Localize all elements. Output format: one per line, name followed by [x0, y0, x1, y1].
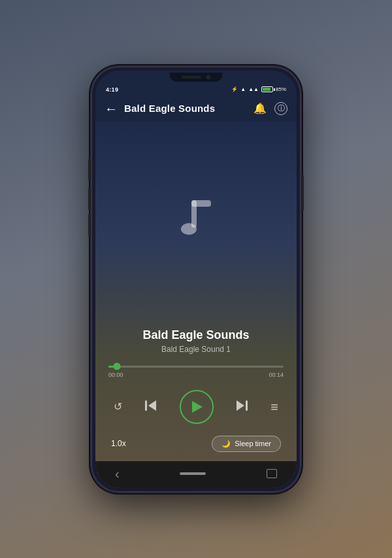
battery-percent: 85%: [276, 86, 286, 92]
playlist-button[interactable]: ≡: [270, 400, 278, 413]
moon-icon: 🌙: [221, 440, 231, 448]
track-info: Bald Eagle Sounds Bald Eagle Sound 1: [142, 328, 249, 354]
nav-back-button[interactable]: ‹: [115, 466, 120, 481]
bottom-nav: ‹: [95, 461, 297, 488]
status-time: 4:19: [106, 86, 118, 93]
shuffle-button[interactable]: ↺: [114, 402, 122, 412]
sleep-timer-button[interactable]: 🌙 Sleep timer: [212, 436, 281, 452]
app-bar-left: ← Bald Eagle Sounds: [105, 102, 215, 115]
notch-area: [95, 71, 297, 82]
back-button[interactable]: ←: [105, 102, 118, 115]
progress-bar[interactable]: [108, 366, 284, 368]
info-icon[interactable]: ⓘ: [274, 102, 287, 115]
nav-recents-button[interactable]: [267, 469, 277, 478]
app-bar-right: 🔔 ⓘ: [253, 102, 287, 115]
status-bar: 4:19 ⚡ ▲ ▲▲ 85%: [95, 82, 297, 96]
battery-fill: [263, 88, 270, 91]
next-button[interactable]: [235, 398, 249, 415]
current-time: 00:00: [108, 372, 123, 378]
status-icons: ⚡ ▲ ▲▲ 85%: [231, 86, 286, 92]
play-button[interactable]: [180, 390, 214, 424]
prev-button[interactable]: [144, 398, 158, 415]
track-subtitle: Bald Eagle Sound 1: [142, 345, 249, 354]
battery-icon: [261, 86, 273, 92]
bluetooth-icon: ⚡: [231, 86, 238, 92]
svg-point-2: [181, 223, 197, 235]
speaker: [182, 76, 201, 78]
main-content: Bald Eagle Sounds Bald Eagle Sound 1 00:…: [95, 122, 297, 461]
phone-frame: 4:19 ⚡ ▲ ▲▲ 85% ← Bald Eagle Sounds 🔔 ⓘ: [91, 67, 301, 492]
playback-controls: ↺ ≡: [108, 390, 284, 424]
wifi-icon: ▲: [240, 86, 246, 92]
progress-area: 00:00 00:14: [108, 366, 284, 378]
bell-icon[interactable]: 🔔: [253, 103, 267, 114]
bottom-controls: 1.0x 🌙 Sleep timer: [108, 436, 284, 452]
svg-marker-4: [148, 400, 156, 411]
camera: [206, 75, 210, 79]
album-art-area: [173, 122, 219, 328]
speed-label[interactable]: 1.0x: [111, 439, 126, 448]
app-title: Bald Eagle Sounds: [124, 103, 215, 114]
total-time: 00:14: [269, 372, 284, 378]
music-note-icon: [173, 195, 219, 254]
track-title: Bald Eagle Sounds: [142, 328, 249, 342]
progress-thumb[interactable]: [114, 363, 121, 370]
svg-rect-5: [246, 400, 248, 411]
signal-icon: ▲▲: [248, 86, 259, 92]
svg-rect-3: [145, 400, 147, 411]
svg-rect-1: [191, 200, 211, 207]
sleep-timer-label: Sleep timer: [235, 440, 271, 447]
svg-marker-6: [237, 400, 244, 411]
play-icon: [192, 401, 203, 413]
app-bar: ← Bald Eagle Sounds 🔔 ⓘ: [95, 96, 297, 122]
phone-screen: 4:19 ⚡ ▲ ▲▲ 85% ← Bald Eagle Sounds 🔔 ⓘ: [95, 71, 297, 488]
notch: [170, 73, 222, 82]
nav-home-bar[interactable]: [180, 472, 206, 475]
progress-times: 00:00 00:14: [108, 372, 284, 378]
